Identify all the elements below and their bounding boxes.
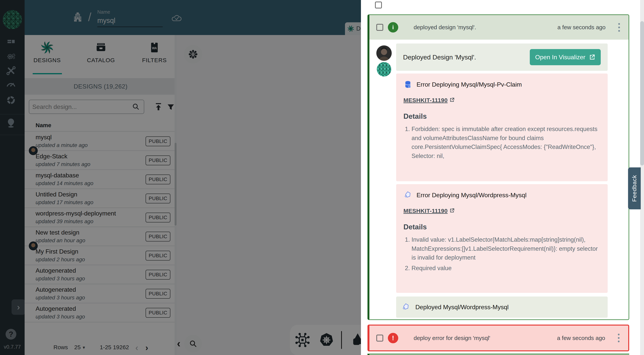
avatar (376, 46, 392, 61)
error-title: Error Deploying Mysql/Wordpress-Mysql (416, 192, 526, 199)
panel-scrollbar-thumb[interactable] (640, 21, 644, 165)
kebab-menu-icon[interactable] (617, 23, 621, 32)
notification-body: Deployed Design 'Mysql'. Open In Visuali… (370, 40, 628, 320)
notification-time: a few seconds ago (557, 335, 605, 341)
deploy-message: Deployed Design 'Mysql'. (403, 54, 476, 61)
svg-text:?: ? (409, 86, 410, 88)
kebab-menu-icon[interactable] (617, 334, 620, 342)
error-detail-box: ? Error Deploying Mysql/Mysql-Pv-Claim M… (396, 74, 608, 181)
pv-claim-database-icon: ? (404, 80, 412, 89)
meshery-app: › ? v0.7.77 / Name (0, 0, 644, 355)
deploy-message-box: Deployed Design 'Mysql'. Open In Visuali… (396, 44, 608, 71)
error-item: Forbidden: spec is immutable after creat… (412, 125, 600, 160)
notification-center: i deployed design 'mysql'. a few seconds… (361, 0, 644, 355)
select-all-checkbox[interactable] (375, 2, 382, 9)
meshkit-error-link[interactable]: MESHKIT-11190 (404, 208, 448, 214)
deployed-success-row: Deployed Mysql/Wordpress-Mysql (396, 296, 608, 318)
notification-checkbox[interactable] (376, 24, 383, 31)
external-link-icon[interactable] (449, 208, 455, 213)
error-items-list: Invalid value: v1.LabelSelector{MatchLab… (404, 235, 600, 273)
next-notification-card-edge (368, 354, 629, 355)
notification-title: deploy error for design 'mysql' (414, 335, 490, 341)
open-in-visualizer-button[interactable]: Open In Visualizer (530, 49, 601, 65)
error-icon: ! (388, 333, 398, 343)
modal-backdrop (0, 0, 361, 355)
error-item: Invalid value: v1.LabelSelector{MatchLab… (412, 235, 600, 262)
error-title: Error Deploying Mysql/Mysql-Pv-Claim (416, 81, 522, 88)
error-item: Required value (412, 264, 600, 273)
notification-title: deployed design 'mysql'. (414, 24, 476, 31)
wordpress-mysql-component-icon (402, 303, 410, 311)
notification-checkbox[interactable] (376, 334, 383, 341)
feedback-tab[interactable]: Feedback (628, 167, 641, 209)
notification-time: a few seconds ago (558, 24, 606, 31)
deployed-success-text: Deployed Mysql/Wordpress-Mysql (415, 304, 508, 311)
error-items-list: Forbidden: spec is immutable after creat… (404, 125, 600, 160)
wordpress-mysql-component-icon (404, 191, 412, 200)
info-icon: i (388, 22, 398, 33)
notification-card-error[interactable]: ! deploy error for design 'mysql' a few … (368, 324, 629, 351)
feedback-label: Feedback (631, 175, 638, 202)
notification-header[interactable]: i deployed design 'mysql'. a few seconds… (370, 15, 628, 40)
external-link-icon[interactable] (449, 97, 455, 103)
details-heading: Details (404, 223, 600, 231)
external-link-icon (589, 54, 595, 60)
details-heading: Details (404, 112, 600, 120)
open-in-visualizer-label: Open In Visualizer (535, 54, 585, 61)
meshkit-error-link[interactable]: MESHKIT-11190 (404, 97, 448, 104)
error-detail-box: Error Deploying Mysql/Wordpress-Mysql ME… (396, 184, 608, 293)
notification-card-success: i deployed design 'mysql'. a few seconds… (368, 15, 629, 320)
meshery-teal-logo (376, 62, 392, 77)
